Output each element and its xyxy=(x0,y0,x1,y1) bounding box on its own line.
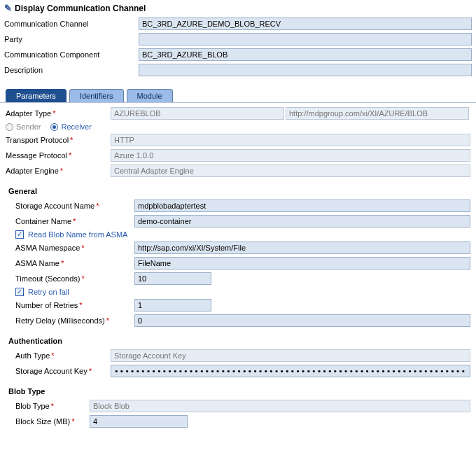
label-adapter-type: Adapter Type* xyxy=(6,109,111,118)
sender-radio[interactable]: Sender xyxy=(6,122,41,131)
blob-type-input[interactable] xyxy=(90,400,470,412)
auth-type-input[interactable] xyxy=(111,349,470,362)
container-name-input[interactable] xyxy=(134,215,470,227)
label-description: Description xyxy=(4,66,139,74)
transport-protocol-input[interactable] xyxy=(111,134,470,146)
section-general: General xyxy=(8,187,470,195)
timeout-input[interactable] xyxy=(134,272,211,285)
retry-label: Retry on fail xyxy=(28,288,69,296)
communication-channel-icon: ✎ xyxy=(4,3,12,13)
adapter-namespace-input[interactable] xyxy=(286,107,469,120)
label-storage-key: Storage Account Key* xyxy=(6,367,111,375)
label-transport-protocol: Transport Protocol* xyxy=(6,136,111,144)
storage-key-input[interactable] xyxy=(111,365,470,377)
read-asma-checkbox[interactable]: ✓ xyxy=(15,230,24,239)
label-num-retries: Number of Retries* xyxy=(6,301,134,309)
label-retry-delay: Retry Delay (Milliseconds)* xyxy=(6,316,134,325)
label-adapter-engine: Adapter Engine* xyxy=(6,167,111,175)
comm-channel-input[interactable] xyxy=(139,18,472,30)
retry-checkbox[interactable]: ✓ xyxy=(15,288,24,296)
section-blob-type: Blob Type xyxy=(8,387,470,396)
comm-component-input[interactable] xyxy=(139,48,472,61)
label-block-size: Block Size (MB)* xyxy=(6,417,90,426)
page-title: Display Communication Channel xyxy=(15,4,146,13)
label-auth-type: Auth Type* xyxy=(6,351,111,360)
label-timeout: Timeout (Seconds)* xyxy=(6,274,134,283)
adapter-type-input[interactable] xyxy=(111,107,284,120)
asma-namespace-input[interactable] xyxy=(134,241,470,254)
label-party: Party xyxy=(4,35,139,43)
asma-name-input[interactable] xyxy=(134,257,470,270)
label-container-name: Container Name* xyxy=(6,217,134,225)
read-asma-label: Read Blob Name from ASMA xyxy=(28,230,127,239)
description-input[interactable] xyxy=(139,64,472,76)
label-asma-namespace: ASMA Namespace* xyxy=(6,244,134,252)
receiver-radio[interactable]: Receiver xyxy=(50,122,91,131)
section-authentication: Authentication xyxy=(8,337,470,345)
num-retries-input[interactable] xyxy=(134,299,211,312)
block-size-input[interactable] xyxy=(90,415,188,428)
label-comm-channel: Communication Channel xyxy=(4,20,139,28)
adapter-engine-input[interactable] xyxy=(111,164,470,177)
label-message-protocol: Message Protocol* xyxy=(6,151,111,160)
storage-account-input[interactable] xyxy=(134,200,470,212)
tab-parameters[interactable]: Parameters xyxy=(6,89,66,102)
label-comm-component: Communication Component xyxy=(4,50,139,59)
message-protocol-input[interactable] xyxy=(111,149,470,162)
party-input[interactable] xyxy=(139,33,472,46)
tab-identifiers[interactable]: Identifiers xyxy=(69,89,124,102)
tab-module[interactable]: Module xyxy=(127,89,173,102)
label-blob-type: Blob Type* xyxy=(6,402,90,410)
retry-delay-input[interactable] xyxy=(134,314,470,327)
label-storage-account: Storage Account Name* xyxy=(6,202,134,210)
label-asma-name: ASMA Name* xyxy=(6,259,134,267)
